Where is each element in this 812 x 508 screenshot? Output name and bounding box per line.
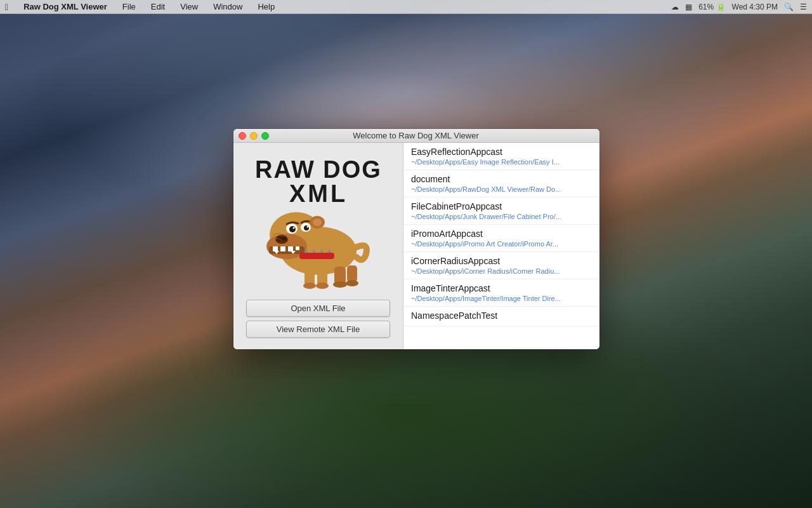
file-name: FileCabinetProAppcast [411, 201, 592, 211]
help-menu[interactable]: Help [255, 1, 277, 13]
svg-point-20 [282, 237, 287, 241]
buttons-area: Open XML File View Remote XML File [240, 295, 396, 343]
edit-menu[interactable]: Edit [148, 1, 167, 13]
minimize-button[interactable] [250, 132, 258, 140]
app-window: Welcome to Raw Dog XML Viewer RAW DOG XM… [233, 129, 599, 349]
svg-point-32 [303, 283, 316, 289]
svg-text:RAW DOG: RAW DOG [255, 156, 382, 183]
traffic-lights [239, 132, 269, 140]
file-path: ~/Desktop/Apps/Easy Image Reflection/Eas… [411, 158, 592, 166]
file-path: ~/Desktop/Apps/iPromo Art Creator/iPromo… [411, 240, 592, 248]
menubar:  Raw Dog XML Viewer File Edit View Wind… [0, 0, 812, 14]
svg-rect-8 [288, 246, 293, 251]
svg-point-16 [292, 227, 294, 229]
app-menu-name[interactable]: Raw Dog XML Viewer [21, 1, 110, 13]
file-path: ~/Desktop/Apps/iCorner Radius/iCorner Ra… [411, 267, 592, 275]
list-item[interactable]: NamespacePatchTest [403, 307, 599, 326]
open-xml-button[interactable]: Open XML File [246, 300, 390, 317]
file-name: iPromoArtAppcast [411, 229, 592, 239]
svg-point-14 [289, 226, 296, 232]
wifi-icon: ▦ [685, 3, 692, 11]
maximize-button[interactable] [261, 132, 269, 140]
close-button[interactable] [239, 132, 246, 140]
svg-rect-23 [299, 253, 334, 259]
svg-point-22 [313, 218, 322, 226]
apple-menu[interactable]:  [5, 2, 8, 12]
window-content: RAW DOG XML [233, 143, 599, 349]
app-logo: RAW DOG XML [249, 152, 388, 292]
list-item[interactable]: iPromoArtAppcast ~/Desktop/Apps/iPromo A… [403, 225, 599, 252]
notification-icon[interactable]: ☰ [800, 3, 807, 11]
svg-rect-9 [296, 246, 299, 250]
window-title: Welcome to Raw Dog XML Viewer [269, 131, 563, 140]
svg-point-33 [316, 283, 329, 289]
svg-point-35 [346, 280, 358, 286]
logo-area: RAW DOG XML [249, 149, 388, 295]
left-panel: RAW DOG XML [233, 143, 403, 349]
list-item[interactable]: ImageTinterAppcast ~/Desktop/Apps/ImageT… [403, 279, 599, 307]
right-panel[interactable]: EasyReflectionAppcast ~/Desktop/Apps/Eas… [403, 143, 599, 349]
list-item[interactable]: document ~/Desktop/Apps/RawDog XML Viewe… [403, 170, 599, 197]
svg-text:XML: XML [289, 180, 347, 207]
svg-rect-31 [347, 265, 357, 282]
view-menu[interactable]: View [178, 1, 200, 13]
file-name: document [411, 174, 592, 184]
file-name: ImageTinterAppcast [411, 283, 592, 293]
datetime-display: Wed 4:30 PM [732, 3, 778, 11]
file-menu[interactable]: File [120, 1, 138, 13]
title-bar: Welcome to Raw Dog XML Viewer [233, 129, 599, 143]
list-item[interactable]: EasyReflectionAppcast ~/Desktop/Apps/Eas… [403, 143, 599, 170]
view-remote-button[interactable]: View Remote XML File [246, 321, 390, 338]
list-item[interactable]: iCornerRadiusAppcast ~/Desktop/Apps/iCor… [403, 252, 599, 279]
file-path: ~/Desktop/Apps/RawDog XML Viewer/Raw Do.… [411, 185, 592, 193]
desktop:  Raw Dog XML Viewer File Edit View Wind… [0, 0, 812, 508]
svg-point-17 [306, 225, 308, 227]
window-menu[interactable]: Window [211, 1, 245, 13]
svg-rect-7 [280, 246, 285, 251]
file-name: iCornerRadiusAppcast [411, 256, 592, 266]
list-item[interactable]: FileCabinetProAppcast ~/Desktop/Apps/Jun… [403, 197, 599, 225]
battery-status: 61% 🔋 [698, 3, 725, 11]
file-name: EasyReflectionAppcast [411, 147, 592, 157]
file-path: ~/Desktop/Apps/ImageTinter/Image Tinter … [411, 295, 592, 302]
svg-rect-6 [273, 246, 278, 251]
icloud-icon: ☁ [671, 3, 679, 11]
file-path: ~/Desktop/Apps/Junk Drawer/File Cabinet … [411, 213, 592, 220]
svg-point-34 [333, 281, 347, 288]
search-icon[interactable]: 🔍 [784, 3, 794, 11]
file-name: NamespacePatchTest [411, 311, 592, 321]
